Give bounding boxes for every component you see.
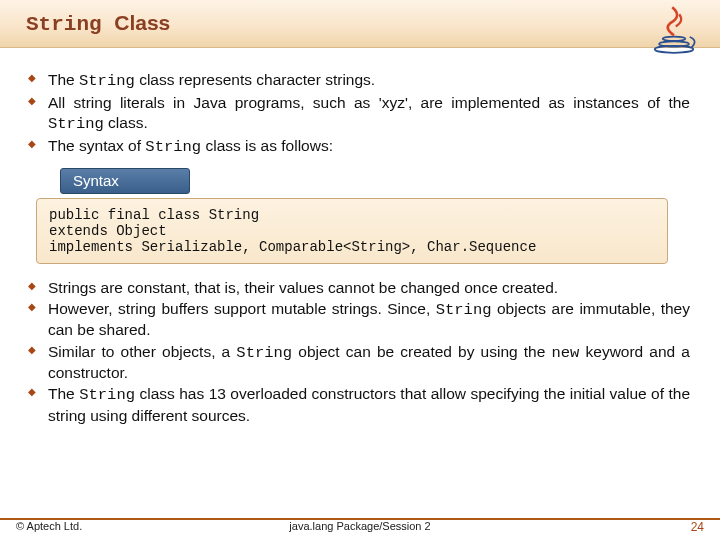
list-item: However, string buffers support mutable … <box>14 299 690 340</box>
content-top: The String class represents character st… <box>0 48 720 264</box>
list-item: The String class has 13 overloaded const… <box>14 384 690 425</box>
title-part1: String <box>26 13 102 36</box>
page-number: 24 <box>691 520 704 534</box>
header-band: String Class <box>0 0 720 48</box>
syntax-label: Syntax <box>60 168 190 194</box>
list-item: The syntax of String class is as follows… <box>14 136 690 157</box>
list-item: All string literals in Java programs, su… <box>14 93 690 134</box>
list-item: Similar to other objects, a String objec… <box>14 342 690 383</box>
list-item: Strings are constant, that is, their val… <box>14 278 690 297</box>
bullet-list-bottom: Strings are constant, that is, their val… <box>14 278 690 426</box>
java-logo-icon <box>646 2 702 58</box>
title-part2: Class <box>114 11 170 34</box>
footer-center: java.lang Package/Session 2 <box>289 520 430 532</box>
copyright: © Aptech Ltd. <box>16 520 82 534</box>
list-item: The String class represents character st… <box>14 70 690 91</box>
svg-point-2 <box>663 37 686 41</box>
slide-title: String Class <box>26 11 170 36</box>
svg-point-1 <box>659 41 689 46</box>
bullet-list-top: The String class represents character st… <box>14 70 690 158</box>
code-block: public final class String extends Object… <box>36 198 668 264</box>
content-bottom: Strings are constant, that is, their val… <box>0 264 720 426</box>
footer: © Aptech Ltd. java.lang Package/Session … <box>0 518 720 534</box>
